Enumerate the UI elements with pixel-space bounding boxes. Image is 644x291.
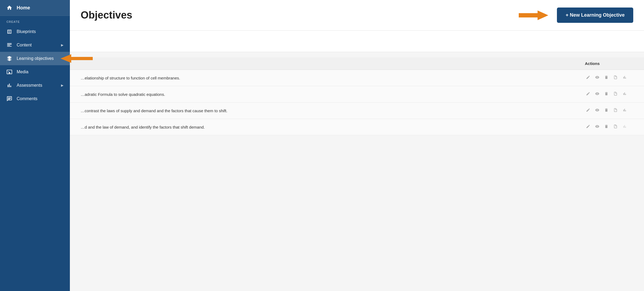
blueprints-label: Blueprints <box>17 29 63 34</box>
delete-icon[interactable] <box>603 123 610 131</box>
row-actions <box>585 74 633 82</box>
stats-icon[interactable] <box>621 107 628 114</box>
create-section-label: CREATE <box>0 16 70 25</box>
objective-text: …contrast the laws of supply and demand … <box>81 108 585 114</box>
sidebar-item-assessments[interactable]: Assessments ▶ <box>0 79 70 92</box>
stats-icon[interactable] <box>621 74 628 82</box>
table-header: Actions <box>70 57 644 70</box>
media-label: Media <box>17 70 63 74</box>
view-icon[interactable] <box>594 90 600 98</box>
edit-icon[interactable] <box>585 74 591 82</box>
main-body: Actions …elationship of structure to fun… <box>70 31 644 291</box>
main-content: Objectives + New Learning Objective Acti… <box>70 0 644 291</box>
view-icon[interactable] <box>594 123 600 131</box>
media-icon <box>6 69 12 75</box>
assessments-label: Assessments <box>17 83 57 88</box>
sidebar-item-home[interactable]: Home <box>0 0 70 16</box>
svg-marker-0 <box>60 54 93 63</box>
filter-bar <box>70 31 644 52</box>
row-actions <box>585 90 633 98</box>
table-row: …d and the law of demand, and identify t… <box>70 119 644 135</box>
row-actions <box>585 107 633 114</box>
content-label: Content <box>17 43 57 48</box>
comments-label: Comments <box>17 96 63 101</box>
row-actions <box>585 123 633 131</box>
svg-marker-2 <box>519 10 548 20</box>
home-label: Home <box>17 5 30 11</box>
sidebar-item-blueprints[interactable]: Blueprints <box>0 25 70 38</box>
document-icon[interactable] <box>612 90 619 98</box>
sidebar-item-learning-objectives[interactable]: Learning objectives <box>0 52 70 65</box>
sidebar-item-media[interactable]: Media <box>0 65 70 79</box>
objective-text: …d and the law of demand, and identify t… <box>81 124 585 130</box>
column-header-actions: Actions <box>585 61 633 66</box>
svg-point-1 <box>8 71 9 72</box>
sidebar-item-content[interactable]: Content ▶ <box>0 38 70 52</box>
table-row: …elationship of structure to function of… <box>70 70 644 86</box>
assessments-icon <box>6 82 12 88</box>
left-arrow-svg <box>60 53 93 64</box>
objectives-table: Actions …elationship of structure to fun… <box>70 57 644 135</box>
blueprints-icon <box>6 29 12 35</box>
edit-icon[interactable] <box>585 90 591 98</box>
edit-icon[interactable] <box>585 123 591 131</box>
learning-objectives-icon <box>6 56 12 61</box>
right-arrow-svg <box>519 9 548 21</box>
left-arrow-annotation <box>60 53 93 64</box>
delete-icon[interactable] <box>603 107 610 114</box>
right-arrow-annotation <box>519 9 548 21</box>
stats-icon[interactable] <box>621 90 628 98</box>
table-row: …contrast the laws of supply and demand … <box>70 103 644 119</box>
learning-objectives-label: Learning objectives <box>17 56 63 61</box>
objective-text: …adratic Formula to solve quadratic equa… <box>81 92 585 97</box>
sidebar-item-comments[interactable]: Comments <box>0 92 70 106</box>
delete-icon[interactable] <box>603 74 610 82</box>
table-row: …adratic Formula to solve quadratic equa… <box>70 86 644 103</box>
header-actions: + New Learning Objective <box>519 8 633 23</box>
content-chevron-icon: ▶ <box>61 43 63 47</box>
sidebar: Home CREATE Blueprints Content ▶ Learnin… <box>0 0 70 291</box>
home-icon <box>6 5 12 11</box>
column-header-objective <box>81 61 585 66</box>
content-icon <box>6 42 12 48</box>
page-title: Objectives <box>81 9 132 21</box>
document-icon[interactable] <box>612 123 619 131</box>
stats-icon[interactable] <box>621 123 628 131</box>
view-icon[interactable] <box>594 74 600 82</box>
document-icon[interactable] <box>612 74 619 82</box>
assessments-chevron-icon: ▶ <box>61 83 63 87</box>
main-header: Objectives + New Learning Objective <box>70 0 644 31</box>
edit-icon[interactable] <box>585 107 591 114</box>
comments-icon <box>6 96 12 102</box>
view-icon[interactable] <box>594 107 600 114</box>
objective-text: …elationship of structure to function of… <box>81 75 585 81</box>
document-icon[interactable] <box>612 107 619 114</box>
new-learning-objective-button[interactable]: + New Learning Objective <box>557 8 633 23</box>
delete-icon[interactable] <box>603 90 610 98</box>
